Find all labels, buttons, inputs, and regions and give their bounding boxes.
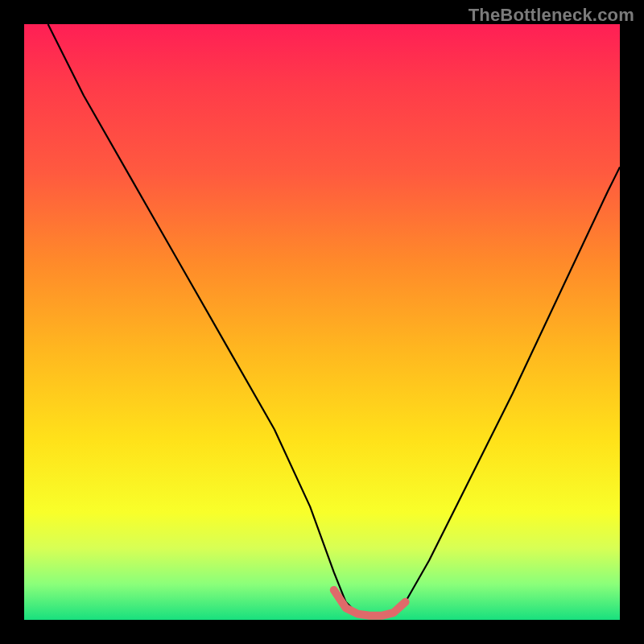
curve-layer [24,24,620,620]
bottleneck-curve [48,24,620,617]
watermark-text: TheBottleneck.com [469,5,634,26]
chart-frame: TheBottleneck.com [0,0,644,644]
optimal-highlight [334,590,406,616]
